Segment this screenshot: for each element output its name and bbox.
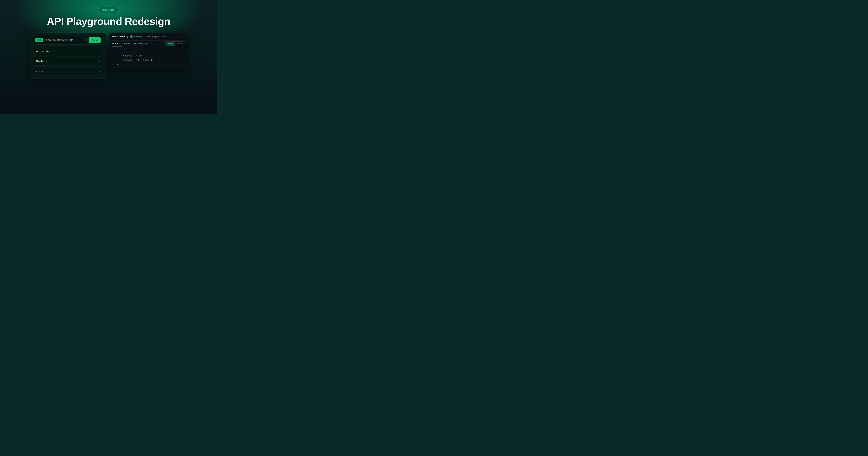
clock-icon: ⏱	[145, 35, 147, 38]
line-num-3: 3	[112, 58, 117, 62]
url-path: docs / api / {docId} / demo ▾	[46, 39, 84, 41]
hero-title: API Playground Redesign	[47, 16, 170, 27]
header-dots: · · ·	[49, 60, 53, 62]
header-accordion[interactable]: Header ✓ · · · ▾	[33, 57, 103, 65]
line-num-2: 2	[112, 54, 117, 58]
code-line-3: 3 "message": "Hello world"	[110, 58, 187, 63]
cookie-accordion[interactable]: Cookie ✓ ▾	[33, 67, 103, 76]
url-divider	[44, 38, 45, 42]
code-line-2: 2 "success": true,	[110, 54, 187, 58]
url-docs: docs	[46, 39, 51, 41]
authorization-accordion[interactable]: Authorization ✓ ▾	[33, 47, 103, 55]
code-content-3: "message": "Hello world"	[117, 58, 153, 62]
format-pretty-button[interactable]: Pretty	[165, 41, 175, 46]
code-content-1: {	[117, 50, 118, 54]
response-panel: Response Log ✓ 200 - OK ⏱ 0.4s response …	[109, 33, 187, 70]
code-line-4: 4 }	[110, 63, 187, 67]
status-text: 200 - OK	[134, 35, 143, 38]
url-copy-icon[interactable]: ⧉	[86, 38, 87, 41]
code-content-2: "success": true,	[117, 54, 143, 58]
code-content-4: }	[117, 63, 118, 67]
authorization-check-icon: ✓	[51, 50, 54, 53]
format-toggle: Pretty Raw	[165, 41, 184, 46]
tab-body[interactable]: Body ·	[112, 40, 122, 47]
response-time: ⏱ 0.4s response time	[145, 35, 166, 38]
url-sep1: /	[51, 39, 53, 41]
url-chevron-icon: ▾	[74, 39, 75, 41]
cookie-check-icon: ✓	[45, 70, 47, 73]
panels-row: GET docs / api / {docId} / demo ▾ ⧉ Send	[0, 33, 217, 79]
authorization-chevron-icon: ▾	[99, 50, 100, 53]
url-api: api	[53, 39, 57, 41]
method-badge: GET	[35, 38, 43, 42]
line-num-1: 1	[112, 50, 117, 54]
response-time-value: 0.4s	[147, 35, 152, 38]
launch-badge: Launch	[98, 7, 119, 13]
header-label-row: Header ✓ · · ·	[36, 60, 53, 63]
copy-response-icon[interactable]: ⧉	[179, 35, 180, 38]
tab-cookies[interactable]: Cookies	[123, 40, 133, 47]
cookie-label-row: Cookie ✓	[36, 70, 47, 73]
accordion-label-row: Authorization ✓	[36, 50, 54, 53]
url-demo: demo	[68, 39, 73, 41]
header-check-icon: ✓	[45, 60, 48, 63]
status-circle-icon: ✓	[130, 35, 133, 38]
header-label: Header	[36, 60, 44, 63]
cookie-chevron-icon: ▾	[99, 70, 100, 73]
tab-headers[interactable]: Headers (10)	[134, 40, 149, 47]
response-code: 1 { 2 "success": true, 3 "m	[110, 47, 187, 70]
send-button[interactable]: Send	[89, 37, 101, 43]
more-options-icon[interactable]: ···	[182, 35, 184, 38]
request-panel: GET docs / api / {docId} / demo ▾ ⧉ Send	[30, 33, 106, 79]
url-sep3: /	[67, 39, 68, 41]
url-sep2: /	[57, 39, 58, 41]
url-bar[interactable]: GET docs / api / {docId} / demo ▾ ⧉ Send	[33, 36, 103, 45]
code-line-1: 1 {	[110, 50, 187, 54]
authorization-label: Authorization	[36, 50, 50, 53]
response-header: Response Log ✓ 200 - OK ⏱ 0.4s response …	[110, 33, 187, 40]
cookie-label: Cookie	[36, 70, 43, 73]
response-log-title: Response Log	[112, 35, 129, 38]
format-raw-button[interactable]: Raw	[175, 41, 184, 46]
status-ok-badge: ✓ 200 - OK	[130, 35, 143, 38]
response-tabs: Body · Cookies Headers (10) Pretty Raw	[110, 40, 187, 47]
response-actions: ⧉ ···	[179, 35, 184, 38]
url-docid: {docId}	[58, 39, 67, 41]
response-time-label: response time	[152, 35, 166, 38]
header-chevron-icon: ▾	[99, 60, 100, 63]
line-num-4: 4	[112, 63, 117, 66]
